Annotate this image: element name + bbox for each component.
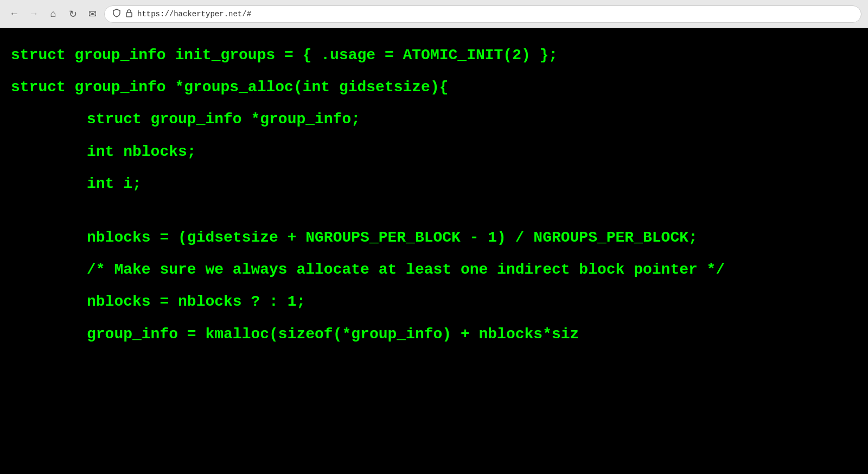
code-line-5: int i; — [11, 173, 857, 194]
code-line-4: int nblocks; — [11, 141, 857, 162]
code-blank-3 — [11, 130, 857, 141]
code-blank-2 — [11, 98, 857, 109]
mail-button[interactable]: ✉ — [85, 7, 100, 22]
browser-toolbar: ← → ⌂ ↻ ✉ https://hackertyper.net/# — [0, 0, 868, 28]
code-line-2: struct group_info *groups_alloc(int gids… — [11, 77, 857, 98]
code-line-1: struct group_info init_groups = { .usage… — [11, 45, 857, 66]
code-blank-9 — [11, 280, 857, 291]
url-text: https://hackertyper.net/# — [137, 10, 251, 18]
code-line-9: group_info = kmalloc(sizeof(*group_info)… — [11, 324, 857, 345]
back-button[interactable]: ← — [7, 7, 22, 22]
forward-button[interactable]: → — [26, 7, 41, 22]
code-blank-10 — [11, 313, 857, 324]
code-line-3: struct group_info *group_info; — [11, 109, 857, 130]
code-line-7: /* Make sure we always allocate at least… — [11, 259, 857, 280]
home-button[interactable]: ⌂ — [46, 7, 61, 22]
code-blank-7 — [11, 216, 857, 227]
code-blank-5 — [11, 194, 857, 205]
code-display: struct group_info init_groups = { .usage… — [0, 28, 868, 474]
address-bar[interactable]: https://hackertyper.net/# — [104, 5, 861, 23]
code-blank-8 — [11, 248, 857, 259]
code-blank-6 — [11, 205, 857, 216]
shield-icon — [112, 9, 121, 20]
svg-rect-0 — [126, 12, 132, 17]
reload-button[interactable]: ↻ — [65, 7, 80, 22]
code-line-8: nblocks = nblocks ? : 1; — [11, 291, 857, 312]
code-line-6: nblocks = (gidsetsize + NGROUPS_PER_BLOC… — [11, 227, 857, 248]
code-blank-4 — [11, 162, 857, 173]
lock-icon — [125, 9, 133, 20]
code-blank-1 — [11, 66, 857, 77]
